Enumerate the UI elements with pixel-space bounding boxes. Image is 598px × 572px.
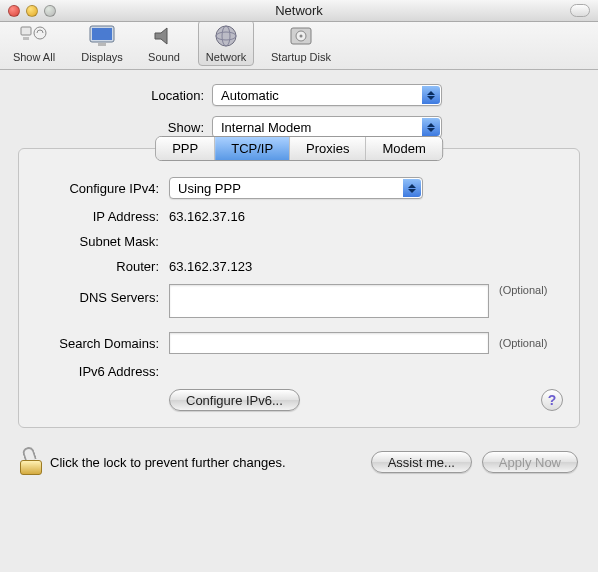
configure-ipv4-select[interactable]: Using PPP [169,177,423,199]
toolbar-displays[interactable]: Displays [74,20,130,66]
router-value: 63.162.37.123 [169,259,252,274]
subnet-mask-label: Subnet Mask: [35,234,169,249]
svg-rect-5 [98,43,106,46]
toolbar-sound[interactable]: Sound [142,20,186,66]
toolbar-show-all-label: Show All [13,51,55,63]
toolbar-startup-disk-label: Startup Disk [271,51,331,63]
window-title: Network [0,3,598,18]
location-label: Location: [18,88,212,103]
search-domains-label: Search Domains: [35,336,169,351]
tab-modem[interactable]: Modem [366,137,441,160]
tab-ppp[interactable]: PPP [156,137,215,160]
titlebar: Network [0,0,598,22]
toolbar-network[interactable]: Network [198,20,254,66]
lock-icon[interactable] [20,449,42,475]
help-button[interactable]: ? [541,389,563,411]
sound-icon [148,23,180,49]
select-arrows-icon [422,86,440,104]
toolbar-network-label: Network [206,51,246,63]
show-select[interactable]: Internal Modem [212,116,442,138]
configure-ipv4-label: Configure IPv4: [35,181,169,196]
router-label: Router: [35,259,169,274]
toolbar-displays-label: Displays [81,51,123,63]
bottom-bar: Click the lock to prevent further change… [0,442,598,482]
show-select-value: Internal Modem [221,120,311,135]
assist-me-button[interactable]: Assist me... [371,451,472,473]
select-arrows-icon [403,179,421,197]
location-select-value: Automatic [221,88,279,103]
location-select[interactable]: Automatic [212,84,442,106]
apply-now-button[interactable]: Apply Now [482,451,578,473]
svg-point-2 [34,27,46,39]
dns-optional-label: (Optional) [499,284,547,296]
show-label: Show: [18,120,212,135]
network-icon [210,23,242,49]
svg-rect-4 [92,28,112,40]
tab-bar: PPP TCP/IP Proxies Modem [155,136,443,161]
dns-servers-input[interactable] [169,284,489,318]
settings-groupbox: PPP TCP/IP Proxies Modem Configure IPv4:… [18,148,580,428]
select-arrows-icon [422,118,440,136]
svg-point-11 [300,35,303,38]
toolbar-startup-disk[interactable]: Startup Disk [266,20,336,66]
startup-disk-icon [285,23,317,49]
toolbar: Show All Displays Sound Network Startup … [0,22,598,70]
configure-ipv4-value: Using PPP [178,181,241,196]
toolbar-sound-label: Sound [148,51,180,63]
toolbar-toggle-button[interactable] [570,4,590,17]
svg-point-6 [216,26,236,46]
lock-text: Click the lock to prevent further change… [50,455,286,470]
toolbar-show-all[interactable]: Show All [6,20,62,66]
tab-proxies[interactable]: Proxies [290,137,366,160]
displays-icon [86,23,118,49]
show-all-icon [18,23,50,49]
content-area: Location: Automatic Show: Internal Modem… [0,70,598,428]
ip-address-value: 63.162.37.16 [169,209,245,224]
svg-rect-0 [21,27,31,35]
svg-rect-1 [23,37,29,40]
search-domains-input[interactable] [169,332,489,354]
tab-tcpip[interactable]: TCP/IP [215,137,290,160]
ipv6-address-label: IPv6 Address: [35,364,169,379]
configure-ipv6-button[interactable]: Configure IPv6... [169,389,300,411]
ip-address-label: IP Address: [35,209,169,224]
dns-servers-label: DNS Servers: [35,284,169,305]
search-optional-label: (Optional) [499,337,547,349]
